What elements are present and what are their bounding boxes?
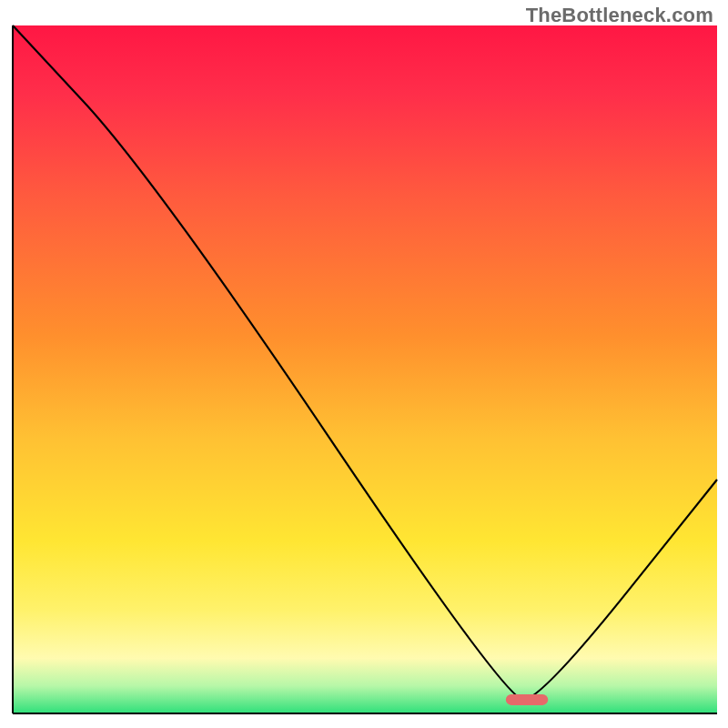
watermark-text: TheBottleneck.com bbox=[526, 4, 713, 27]
plot-area bbox=[13, 25, 717, 713]
bottleneck-chart bbox=[0, 0, 728, 728]
chart-container: TheBottleneck.com bbox=[0, 0, 728, 728]
optimal-marker bbox=[506, 694, 548, 705]
